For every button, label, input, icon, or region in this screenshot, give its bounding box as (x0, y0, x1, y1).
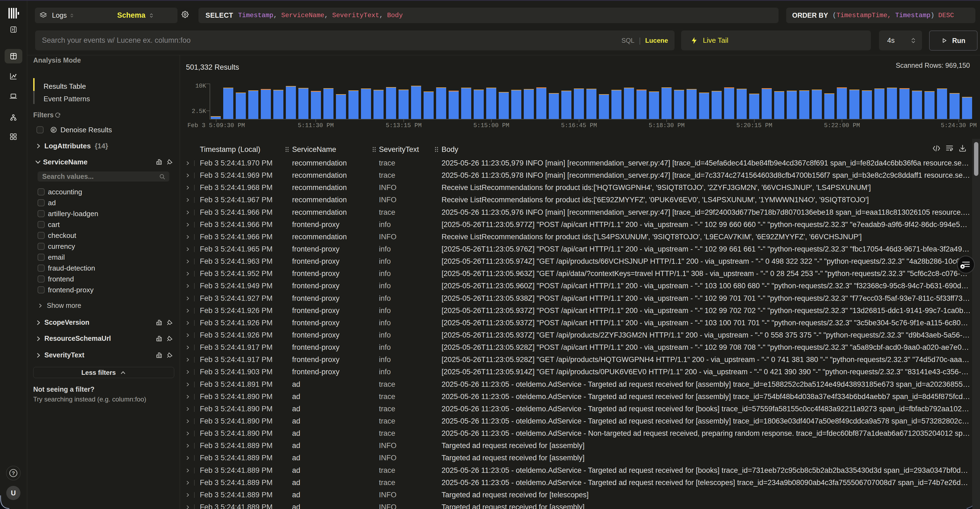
svg-text:?: ? (12, 470, 15, 476)
